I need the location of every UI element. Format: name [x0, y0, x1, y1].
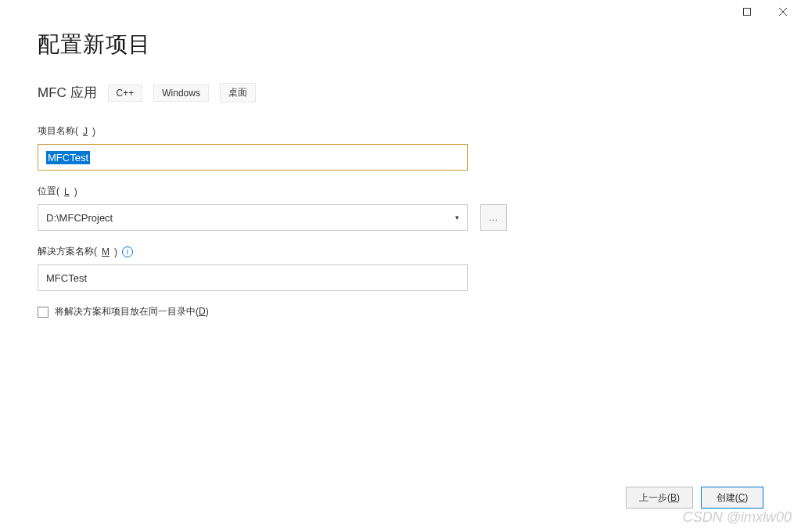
browse-button[interactable]: ...: [480, 204, 507, 231]
tag-cpp: C++: [108, 84, 143, 102]
solution-name-group: 解决方案名称(M) i: [38, 245, 763, 291]
dialog-content: 配置新项目 MFC 应用 C++ Windows 桌面 项目名称(J) MFCT…: [0, 0, 801, 318]
project-name-group: 项目名称(J) MFCTest: [38, 124, 763, 171]
chevron-down-icon: ▾: [455, 214, 459, 221]
template-info-row: MFC 应用 C++ Windows 桌面: [38, 83, 763, 102]
same-directory-checkbox[interactable]: [38, 307, 48, 318]
project-name-label: 项目名称(J): [38, 124, 763, 138]
location-combo[interactable]: D:\MFCProject ▾: [38, 204, 468, 231]
maximize-icon[interactable]: [729, 0, 765, 23]
location-value: D:\MFCProject: [46, 212, 113, 224]
dialog-footer: 上一步(B) 创建(C): [626, 487, 763, 509]
info-icon[interactable]: i: [122, 246, 133, 257]
same-directory-label: 将解决方案和项目放在同一目录中(D): [55, 305, 209, 318]
close-icon[interactable]: [765, 0, 801, 23]
window-controls: [729, 0, 801, 23]
back-button[interactable]: 上一步(B): [626, 487, 693, 509]
watermark: CSDN @imxlw00: [683, 509, 792, 526]
template-name: MFC 应用: [38, 84, 97, 102]
create-button[interactable]: 创建(C): [701, 487, 763, 509]
location-label: 位置(L): [38, 185, 763, 198]
tag-desktop: 桌面: [220, 83, 256, 102]
project-name-input[interactable]: MFCTest: [38, 144, 468, 171]
solution-name-input[interactable]: [38, 264, 468, 291]
solution-name-label: 解决方案名称(M) i: [38, 245, 763, 258]
location-group: 位置(L) D:\MFCProject ▾ ...: [38, 185, 763, 231]
svg-rect-0: [744, 9, 751, 16]
tag-windows: Windows: [153, 84, 209, 102]
page-title: 配置新项目: [38, 30, 763, 59]
same-directory-row: 将解决方案和项目放在同一目录中(D): [38, 305, 763, 318]
